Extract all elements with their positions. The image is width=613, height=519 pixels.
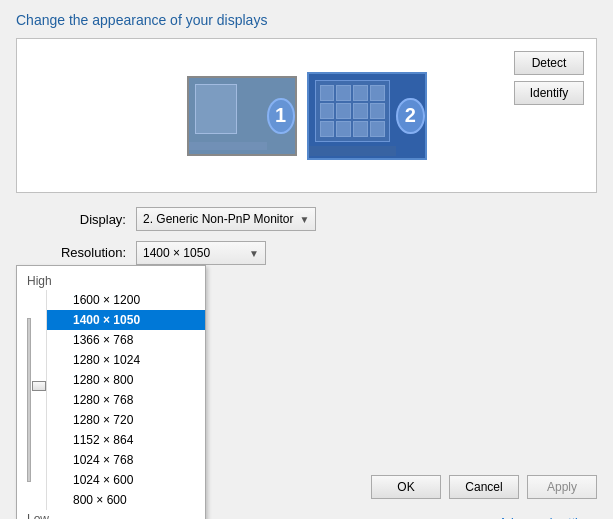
resolution-item-5[interactable]: 1280 × 768 (47, 390, 205, 410)
dropdown-high-label: High (17, 272, 205, 290)
monitor-2[interactable]: 2 (307, 72, 427, 160)
resolution-item-2[interactable]: 1366 × 768 (47, 330, 205, 350)
dropdown-with-slider: 1600 × 1200 1400 × 1050 1366 × 768 1280 … (17, 290, 205, 510)
monitor-1-base (189, 142, 267, 150)
detect-button[interactable]: Detect (514, 51, 584, 75)
resolution-row: Resolution: 1400 × 1050 ▼ High 1600 × 12… (16, 241, 597, 265)
slider-section (17, 290, 47, 510)
resolution-item-1[interactable]: 1400 × 1050 (47, 310, 205, 330)
resolution-dropdown: High 1600 × 1200 1400 × 1050 1366 × 768 … (16, 265, 206, 519)
resolution-select[interactable]: 1400 × 1050 ▼ (136, 241, 266, 265)
monitor-container: 1 (187, 72, 427, 160)
display-select-value: 2. Generic Non-PnP Monitor (143, 212, 294, 226)
resolution-item-8[interactable]: 1024 × 768 (47, 450, 205, 470)
slider-track[interactable] (27, 318, 31, 482)
display-select-wrapper: 2. Generic Non-PnP Monitor ▼ (136, 207, 597, 231)
page-title: Change the appearance of your displays (16, 12, 597, 28)
advanced-settings-link[interactable]: Advanced settings (499, 516, 597, 520)
display-label: Display: (16, 212, 136, 227)
resolution-label: Resolution: (16, 241, 136, 260)
monitor-2-base (309, 146, 397, 156)
dropdown-low-label: Low (17, 510, 205, 519)
dropdown-items: 1600 × 1200 1400 × 1050 1366 × 768 1280 … (47, 290, 205, 510)
resolution-item-0[interactable]: 1600 × 1200 (47, 290, 205, 310)
monitor-2-inner (309, 74, 397, 158)
resolution-item-6[interactable]: 1280 × 720 (47, 410, 205, 430)
resolution-item-9[interactable]: 1024 × 600 (47, 470, 205, 490)
monitor-1-screen (195, 84, 237, 134)
ok-button[interactable]: OK (371, 475, 441, 499)
identify-button[interactable]: Identify (514, 81, 584, 105)
monitor-1[interactable]: 1 (187, 76, 297, 156)
display-row: Display: 2. Generic Non-PnP Monitor ▼ (16, 207, 597, 231)
display-select[interactable]: 2. Generic Non-PnP Monitor ▼ (136, 207, 316, 231)
resolution-item-3[interactable]: 1280 × 1024 (47, 350, 205, 370)
resolution-select-value: 1400 × 1050 (143, 246, 210, 260)
display-select-arrow-icon: ▼ (300, 214, 310, 225)
resolution-select-wrapper: 1400 × 1050 ▼ High 1600 × 1200 1400 × 10… (136, 241, 597, 265)
monitor-1-inner (189, 78, 267, 154)
monitor-2-grid-screen (315, 80, 391, 142)
slider-thumb[interactable] (32, 381, 46, 391)
monitor-2-number: 2 (396, 98, 424, 134)
resolution-item-4[interactable]: 1280 × 800 (47, 370, 205, 390)
resolution-arrow-icon: ▼ (249, 248, 259, 259)
resolution-item-10[interactable]: 800 × 600 (47, 490, 205, 510)
detect-identify-panel: Detect Identify (514, 51, 584, 105)
bottom-buttons: OK Cancel Apply (371, 475, 597, 499)
monitor-1-number: 1 (267, 98, 295, 134)
resolution-item-7[interactable]: 1152 × 864 (47, 430, 205, 450)
apply-button[interactable]: Apply (527, 475, 597, 499)
cancel-button[interactable]: Cancel (449, 475, 519, 499)
display-preview-area: 1 (16, 38, 597, 193)
settings-page: Change the appearance of your displays 1 (0, 0, 613, 519)
